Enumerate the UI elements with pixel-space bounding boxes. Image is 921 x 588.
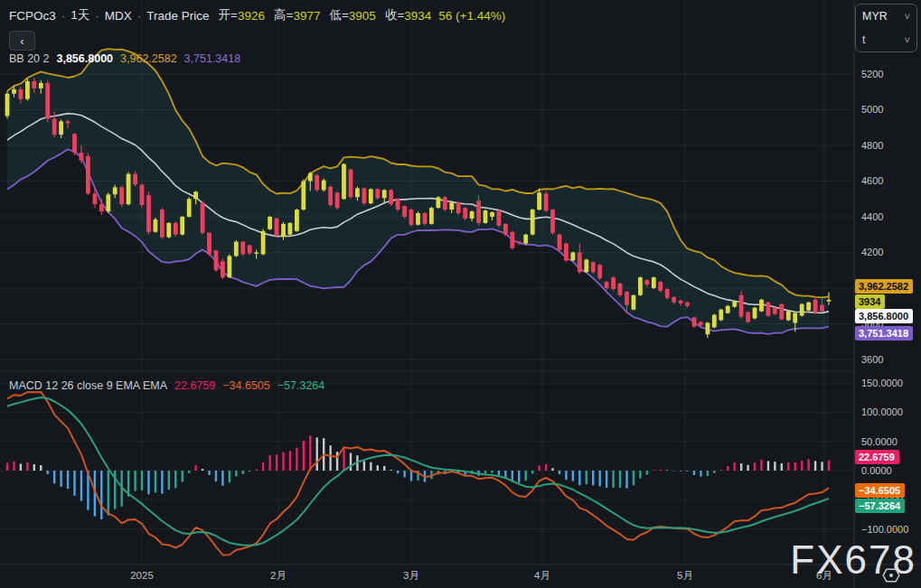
macd-tick-label: 150.0000 <box>861 378 903 388</box>
time-tick-label: 3月 <box>403 569 419 583</box>
separator: · <box>95 9 99 23</box>
price-tag: 3,856.8000 <box>855 309 913 323</box>
bb-mid-value: 3,856.8000 <box>56 52 113 65</box>
settings-hexagon-icon[interactable] <box>881 567 901 583</box>
chevron-down-icon: ˅ <box>905 12 910 22</box>
price-tag: 3934 <box>855 294 885 309</box>
price-tick-label: 5000 <box>861 104 883 115</box>
macd-signal-value: −57.3264 <box>277 379 324 392</box>
price-tag: 3,751.3418 <box>855 326 913 341</box>
close-value: 3934 <box>404 9 431 23</box>
bb-indicator-label: BB 20 2 <box>9 52 49 65</box>
unit-dropdown[interactable]: t ˅ <box>856 28 916 51</box>
macd-line-value: −34.6505 <box>222 379 269 392</box>
chart-canvas[interactable] <box>0 0 921 588</box>
price-tick-label: 5200 <box>861 69 883 79</box>
high-value: 3977 <box>293 9 320 23</box>
macd-indicator-label: MACD 12 26 close 9 EMA EMA <box>9 379 167 392</box>
exchange-name[interactable]: MDX <box>105 9 132 23</box>
trading-chart-app: 520050004800460044004200400038003600150.… <box>0 0 921 588</box>
bb-upper-value: 3,962.2582 <box>120 52 177 65</box>
macd-tick-label: 100.0000 <box>861 406 903 417</box>
price-tick-label: 4600 <box>861 175 883 186</box>
time-tick-label: 2月 <box>270 569 287 583</box>
close-label: 收= <box>385 7 404 23</box>
macd-tag: −57.3264 <box>855 499 905 513</box>
open-label: 开= <box>219 7 238 23</box>
time-tick-label: 5月 <box>677 569 693 583</box>
symbol-info-bar: FCPOc3 · 1天 · MDX · Trade Price 开=3926 高… <box>9 7 505 23</box>
change-value: 56 (+1.44%) <box>438 9 505 23</box>
open-value: 3926 <box>238 9 265 23</box>
price-tag: 3,962.2582 <box>855 279 913 294</box>
bb-lower-value: 3,751.3418 <box>184 52 241 65</box>
price-tick-label: 4800 <box>861 140 883 151</box>
high-label: 高= <box>274 7 293 23</box>
macd-tick-label: 50.0000 <box>861 436 898 447</box>
price-tick-label: 4200 <box>861 247 883 257</box>
low-label: 低= <box>329 7 348 23</box>
macd-hist-value: 22.6759 <box>174 379 215 392</box>
back-button[interactable]: ‹ <box>9 31 35 51</box>
time-tick-label: 2025 <box>130 570 154 581</box>
interval-value[interactable]: 1天 <box>70 7 89 23</box>
bb-indicator-row[interactable]: BB 20 2 3,856.8000 3,962.2582 3,751.3418 <box>9 52 248 65</box>
price-tick-label: 4400 <box>861 211 883 222</box>
macd-tick-label: −100.0000 <box>861 524 908 535</box>
macd-tick-label: 0.0000 <box>861 465 892 476</box>
separator: · <box>61 9 66 23</box>
macd-indicator-row[interactable]: MACD 12 26 close 9 EMA EMA 22.6759 −34.6… <box>9 379 332 392</box>
time-tick-label: 4月 <box>534 569 550 583</box>
series-type: Trade Price <box>146 9 209 23</box>
axis-unit-selectors: MYR ˅ t ˅ <box>855 4 917 52</box>
unit-value: t <box>862 33 865 46</box>
low-value: 3905 <box>349 9 376 23</box>
symbol-name[interactable]: FCPOc3 <box>9 9 56 23</box>
currency-value: MYR <box>862 10 888 23</box>
currency-dropdown[interactable]: MYR ˅ <box>856 5 916 28</box>
chevron-left-icon: ‹ <box>20 34 23 48</box>
price-tick-label: 3600 <box>861 354 883 365</box>
separator: · <box>137 9 142 23</box>
macd-tag: −34.6505 <box>855 483 905 498</box>
chevron-down-icon: ˅ <box>905 35 910 45</box>
macd-tag: 22.6759 <box>855 450 899 464</box>
